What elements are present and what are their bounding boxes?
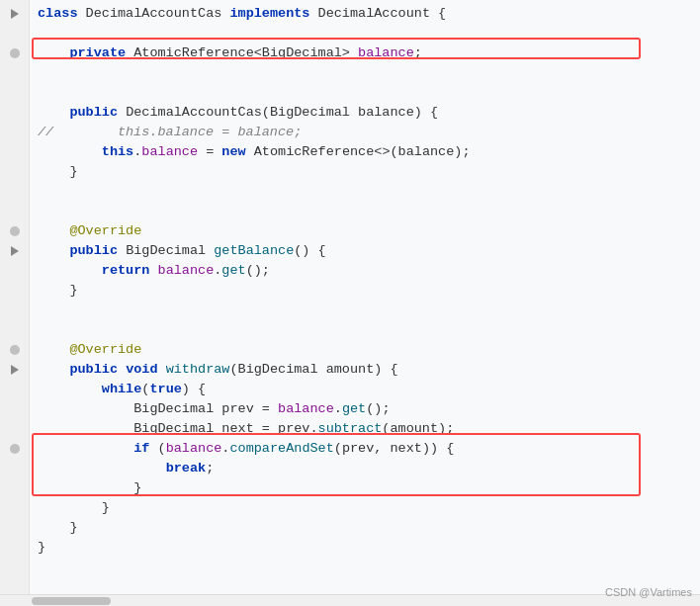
code-line-18: @Override — [38, 340, 700, 360]
code-line-9: } — [38, 162, 700, 182]
code-line-23: if (balance.compareAndSet(prev, next)) { — [38, 439, 700, 459]
gutter-circle-3 — [9, 43, 21, 63]
code-line-4 — [38, 63, 700, 83]
code-line-16 — [38, 301, 700, 320]
gutter-empty-4 — [9, 63, 21, 83]
code-line-20: while(true) { — [38, 380, 700, 399]
watermark: CSDN @Vartimes — [605, 586, 692, 598]
gutter-empty-6 — [9, 103, 21, 123]
code-line-1: class DecimalAccountCas implements Decim… — [38, 4, 700, 24]
horizontal-scrollbar[interactable] — [0, 594, 700, 606]
code-line-26: } — [38, 498, 700, 518]
gutter-arrow-19 — [9, 360, 21, 380]
code-line-27: } — [38, 518, 700, 538]
gutter-empty-14 — [9, 261, 21, 281]
code-line-11 — [38, 202, 700, 221]
code-line-28: } — [38, 538, 700, 558]
code-line-19: public void withdraw(BigDecimal amount) … — [38, 360, 700, 380]
code-line-8: this.balance = new AtomicReference<>(bal… — [38, 142, 700, 162]
gutter-arrow-13 — [9, 241, 21, 261]
gutter-empty-15 — [9, 281, 21, 301]
gutter-empty-5 — [9, 83, 21, 103]
scrollbar-thumb[interactable] — [32, 597, 111, 605]
gutter-empty-20 — [9, 380, 21, 399]
code-line-6: public DecimalAccountCas(BigDecimal bala… — [38, 103, 700, 123]
gutter-arrow-1 — [9, 4, 21, 24]
code-line-17 — [38, 320, 700, 340]
gutter-empty-27 — [9, 518, 21, 538]
code-line-7: // this.balance = balance; — [38, 123, 700, 142]
gutter-empty-24 — [9, 459, 21, 478]
gutter-empty-7 — [9, 123, 21, 142]
code-line-21: BigDecimal prev = balance.get(); — [38, 399, 700, 419]
gutter-empty-10 — [9, 182, 21, 202]
gutter-empty-25 — [9, 478, 21, 498]
gutter-circle-12 — [9, 221, 21, 241]
code-line-12: @Override — [38, 221, 700, 241]
gutter-empty-26 — [9, 498, 21, 518]
gutter-empty-21 — [9, 399, 21, 419]
code-area: class DecimalAccountCas implements Decim… — [0, 0, 700, 594]
gutter-empty-9 — [9, 162, 21, 182]
gutter-empty-8 — [9, 142, 21, 162]
code-line-3: private AtomicReference<BigDecimal> bala… — [38, 43, 700, 63]
code-line-10 — [38, 182, 700, 202]
code-container: class DecimalAccountCas implements Decim… — [0, 0, 700, 606]
code-line-2 — [38, 24, 700, 43]
code-line-5 — [38, 83, 700, 103]
code-line-25: } — [38, 478, 700, 498]
gutter-circle-23 — [9, 439, 21, 459]
gutter-empty-22 — [9, 419, 21, 439]
gutter-empty-28 — [9, 538, 21, 558]
gutter-empty-17 — [9, 320, 21, 340]
gutter-circle-18 — [9, 340, 21, 360]
gutter — [0, 0, 30, 594]
gutter-empty-2 — [9, 24, 21, 43]
gutter-empty-16 — [9, 301, 21, 320]
code-lines-container: class DecimalAccountCas implements Decim… — [30, 0, 700, 594]
gutter-empty-11 — [9, 202, 21, 221]
code-line-15: } — [38, 281, 700, 301]
code-line-22: BigDecimal next = prev.subtract(amount); — [38, 419, 700, 439]
code-line-14: return balance.get(); — [38, 261, 700, 281]
code-line-13: public BigDecimal getBalance() { — [38, 241, 700, 261]
code-line-24: break; — [38, 459, 700, 478]
